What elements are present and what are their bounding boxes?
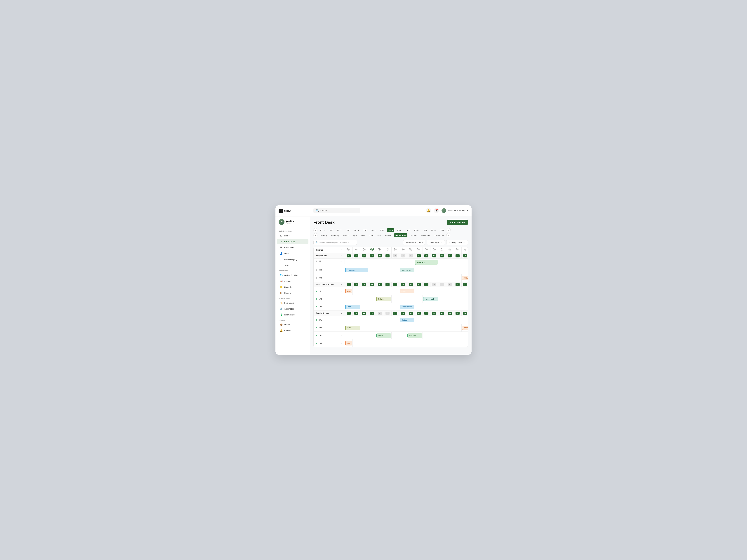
month-july[interactable]: July — [376, 233, 383, 237]
room-203-menu[interactable]: ··· — [340, 342, 342, 344]
month-september[interactable]: September — [394, 233, 407, 237]
month-october[interactable]: October — [408, 233, 419, 237]
year-2029[interactable]: 2029 — [438, 229, 446, 232]
sidebar-item-automation[interactable]: ⚙️ Automation — [277, 306, 308, 312]
booking-pitter[interactable]: Pitter — [400, 289, 414, 293]
year-2022[interactable]: 2022 — [378, 229, 386, 232]
booking-rohit[interactable]: Rohit — [345, 326, 360, 330]
year-2017[interactable]: 2017 — [336, 229, 343, 232]
room-001-menu[interactable]: ··· — [340, 260, 342, 262]
search-input[interactable] — [320, 209, 358, 212]
year-2021[interactable]: 2021 — [370, 229, 378, 232]
room-001-label: 001 ··· — [314, 259, 345, 264]
year-next-arrow[interactable]: › — [447, 228, 451, 232]
booking-frank-gray[interactable]: Frank Gray — [415, 260, 438, 265]
family-rooms-section: Family Rooms ▲ 20 18 44 59 0 0 21 32 — [314, 311, 468, 316]
notification-icon[interactable]: 🔔 — [426, 208, 431, 213]
year-2019[interactable]: 2019 — [353, 229, 360, 232]
single-rooms-chevron[interactable]: ▲ — [340, 255, 342, 257]
month-november[interactable]: November — [419, 233, 432, 237]
room-201-empty1 — [345, 316, 399, 324]
sidebar-item-orders[interactable]: 📦 Orders — [277, 322, 308, 327]
booking-polash[interactable]: Polash — [376, 297, 391, 301]
reservation-type-dropdown[interactable]: Reservation type ▾ — [403, 240, 425, 245]
sidebar-item-accounting[interactable]: 📊 Accounting — [277, 278, 308, 284]
room-002-menu[interactable]: ··· — [340, 269, 342, 271]
sidebar-item-services[interactable]: 🔔 Services — [277, 328, 308, 334]
sidebar-item-accounting-label: Accounting — [284, 280, 294, 282]
month-next-arrow[interactable]: › — [446, 233, 450, 237]
year-2024[interactable]: 2024 — [395, 229, 403, 232]
search-booking-bar[interactable]: 🔍 Search by booking number or guest — [313, 240, 357, 245]
year-2018[interactable]: 2018 — [344, 229, 352, 232]
year-2025[interactable]: 2025 — [404, 229, 411, 232]
booking-kali[interactable]: Kali — [345, 341, 352, 346]
month-prev-arrow[interactable]: ‹ — [313, 233, 317, 237]
booking-bratlee[interactable]: Bratlee — [400, 318, 414, 322]
booking-john[interactable]: John — [345, 304, 360, 309]
room-102-menu[interactable]: ··· — [340, 298, 342, 300]
booking-katter[interactable]: Katter — [462, 326, 468, 330]
room-202a-menu[interactable]: ··· — [340, 327, 342, 329]
day-num: 10 — [415, 250, 422, 252]
month-june[interactable]: June — [367, 233, 375, 237]
year-2015[interactable]: 2015 — [318, 229, 326, 232]
family-rooms-chevron[interactable]: ▲ — [340, 312, 342, 314]
sidebar-item-front-desk[interactable]: ⌂ Front Desk — [277, 239, 308, 244]
room-types-dropdown[interactable]: Room Types ▾ — [427, 240, 445, 245]
room-201-menu[interactable]: ··· — [340, 319, 342, 321]
sidebar-item-cash-books[interactable]: 📒 Cash Books — [277, 284, 308, 290]
twin-double-chevron[interactable]: ▲ — [340, 284, 342, 285]
room-101-menu[interactable]: ··· — [340, 290, 342, 292]
app-name: filllo — [284, 209, 291, 213]
month-february[interactable]: February — [330, 233, 341, 237]
sidebar-item-guests[interactable]: 👤 Guests — [277, 250, 308, 256]
sidebar-item-tasks[interactable]: ✓ Tasks — [277, 262, 308, 268]
booking-cavin-macron[interactable]: Cavin Macron — [400, 304, 414, 309]
booking-messi[interactable]: Messi — [376, 334, 391, 338]
sidebar-item-reports[interactable]: 📋 Reports — [277, 290, 308, 296]
month-january[interactable]: January — [318, 233, 329, 237]
sidebar-item-reservations[interactable]: ☰ Reservations — [277, 245, 308, 250]
sidebar-item-sold-deals[interactable]: 🏷️ Sold Deals — [277, 300, 308, 306]
booking-henry-kevil[interactable]: Henry Kevil — [423, 297, 438, 301]
room-202b-number: 202 — [318, 335, 322, 337]
user-profile[interactable]: W Washim Admin — [276, 216, 310, 227]
booking-warner[interactable]: Warner — [345, 289, 352, 293]
month-august[interactable]: August — [383, 233, 393, 237]
year-2026[interactable]: 2026 — [412, 229, 420, 232]
month-december[interactable]: December — [433, 233, 445, 237]
month-march[interactable]: March — [342, 233, 351, 237]
sidebar-item-room-rates[interactable]: 💲 Room Rates — [277, 312, 308, 318]
add-booking-button[interactable]: + Add Booking — [447, 220, 468, 225]
sidebar-item-cash-books-label: Cash Books — [284, 286, 295, 288]
rooms-chevron[interactable]: ▲ — [340, 249, 342, 250]
sidebar-item-housekeeping[interactable]: 🧹 Housekeeping — [277, 257, 308, 262]
year-2016[interactable]: 2016 — [327, 229, 335, 232]
room-202b-menu[interactable]: ··· — [340, 335, 342, 337]
room-103-menu[interactable]: ··· — [340, 306, 342, 308]
booking-joy-borma[interactable]: Joy borma — [345, 268, 368, 272]
year-2023[interactable]: 2023 — [387, 229, 394, 232]
search-bar[interactable]: 🔍 — [313, 208, 360, 213]
month-may[interactable]: May — [360, 233, 366, 237]
sidebar-item-online-booking[interactable]: 🌐 Online Booking — [277, 272, 308, 278]
year-2020[interactable]: 2020 — [361, 229, 369, 232]
booking-ronaldo[interactable]: Ronaldo — [407, 334, 422, 338]
year-2028[interactable]: 2028 — [430, 229, 437, 232]
room-003-menu[interactable]: ··· — [340, 277, 342, 279]
search-booking-icon: 🔍 — [316, 241, 318, 243]
year-2027[interactable]: 2027 — [421, 229, 429, 232]
month-april[interactable]: April — [352, 233, 359, 237]
rooms-label: Rooms — [316, 249, 323, 251]
calendar-icon[interactable]: 📅 — [434, 208, 439, 213]
app-logo: f filllo — [276, 209, 310, 216]
year-prev-arrow[interactable]: ‹ — [313, 228, 317, 232]
room-103-john: John — [345, 303, 360, 311]
booking-william[interactable]: William — [462, 276, 468, 280]
sidebar-item-home[interactable]: ⊞ Home — [277, 233, 308, 238]
user-chip[interactable]: Washim Chowdhury ▾ — [441, 208, 468, 213]
booking-options-dropdown[interactable]: Booking Options ▾ — [446, 240, 468, 245]
room-203-rest — [353, 340, 468, 347]
booking-david-smith[interactable]: David Smith — [400, 268, 414, 272]
